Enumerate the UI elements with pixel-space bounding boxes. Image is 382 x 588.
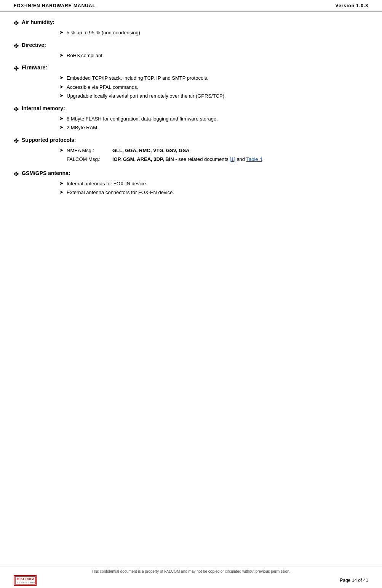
sub-items-internal-memory: ➤ 8 Mbyte FLASH for configuration, data-… [59, 115, 368, 132]
list-item: ➤ Upgradable locally via serial port and… [59, 92, 368, 100]
arrow-icon: ➤ [59, 52, 64, 58]
section-title-air-humidity: Air humidity: [22, 19, 54, 25]
protocol-row-falcom: FALCOM Msg.: IOP, GSM, AREA, 3DP, BIN - … [67, 156, 368, 163]
sub-items-supported-protocols: ➤ NMEA Msg.: GLL, GGA, RMC, VTG, GSV, GS… [59, 147, 368, 165]
main-content: ✤ Air humidity: ➤ 5 % up to 95 % (non-co… [0, 15, 382, 232]
sub-items-firmware: ➤ Embedded TCP/IP stack, including TCP, … [59, 74, 368, 100]
section-directive: ✤ Directive: ➤ RoHS compliant. [14, 42, 368, 59]
sub-items-gsm-gps-antenna: ➤ Internal antennas for FOX-IN device. ➤… [59, 180, 368, 196]
bullet-icon-directive: ✤ [14, 42, 19, 50]
section-header-supported-protocols: ✤ Supported protocols: [14, 137, 368, 145]
nmea-protocols: GLL, GGA, RMC, VTG, GSV, GSA [112, 148, 189, 153]
sub-item-text: External antenna connectors for FOX-EN d… [67, 189, 368, 196]
sub-item-text: Upgradable locally via serial port and r… [67, 92, 368, 100]
arrow-icon: ➤ [59, 75, 64, 80]
section-title-internal-memory: Internal memory: [22, 105, 65, 111]
section-supported-protocols: ✤ Supported protocols: ➤ NMEA Msg.: GLL,… [14, 137, 368, 165]
sub-item-text: Embedded TCP/IP stack, including TCP, IP… [67, 74, 368, 82]
falcom-logo: ✤ FALCOM wireless communications [14, 575, 37, 586]
protocol-table: NMEA Msg.: GLL, GGA, RMC, VTG, GSV, GSA … [67, 147, 368, 165]
svg-text:✤ FALCOM: ✤ FALCOM [17, 578, 34, 580]
header-title: FOX-IN/EN Hardware Manual [14, 3, 96, 8]
list-item: ➤ 5 % up to 95 % (non-condensing) [59, 29, 368, 37]
sub-item-text: Internal antennas for FOX-IN device. [67, 180, 368, 188]
section-header-air-humidity: ✤ Air humidity: [14, 19, 368, 27]
protocol-row-nmea: NMEA Msg.: GLL, GGA, RMC, VTG, GSV, GSA [67, 147, 368, 154]
sub-item-text: RoHS compliant. [67, 52, 368, 59]
list-item: ➤ Accessible via PFAL commands, [59, 84, 368, 91]
bullet-icon-gsm-gps-antenna: ✤ [14, 170, 19, 178]
header-version: Version 1.0.8 [336, 3, 368, 8]
section-header-internal-memory: ✤ Internal memory: [14, 105, 368, 113]
protocol-value-falcom: IOP, GSM, AREA, 3DP, BIN - see related d… [112, 156, 264, 163]
sub-item-text: Accessible via PFAL commands, [67, 84, 368, 91]
footer-confidential-text: This confidential document is a property… [14, 569, 368, 574]
bullet-icon-internal-memory: ✤ [14, 106, 19, 113]
arrow-icon: ➤ [59, 84, 64, 90]
footer-bottom: ✤ FALCOM wireless communications Page 14… [14, 575, 368, 586]
section-header-directive: ✤ Directive: [14, 42, 368, 50]
sub-items-air-humidity: ➤ 5 % up to 95 % (non-condensing) [59, 29, 368, 37]
section-title-gsm-gps-antenna: GSM/GPS antenna: [22, 170, 70, 176]
list-item: ➤ Internal antennas for FOX-IN device. [59, 180, 368, 188]
section-title-supported-protocols: Supported protocols: [22, 137, 76, 143]
section-header-firmware: ✤ Firmware: [14, 64, 368, 72]
arrow-icon: ➤ [59, 189, 64, 195]
page-footer: This confidential document is a property… [0, 567, 382, 588]
page-number: Page 14 of 41 [340, 578, 368, 583]
bullet-icon-supported-protocols: ✤ [14, 137, 19, 145]
sub-items-directive: ➤ RoHS compliant. [59, 52, 368, 59]
link-ref1[interactable]: [1] [230, 156, 235, 162]
sub-item-text: 5 % up to 95 % (non-condensing) [67, 29, 368, 37]
arrow-icon: ➤ [59, 124, 64, 130]
section-internal-memory: ✤ Internal memory: ➤ 8 Mbyte FLASH for c… [14, 105, 368, 132]
section-gsm-gps-antenna: ✤ GSM/GPS antenna: ➤ Internal antennas f… [14, 170, 368, 196]
link-table4[interactable]: Table 4 [246, 156, 262, 162]
sub-item-text: 8 Mbyte FLASH for configuration, data-lo… [67, 115, 368, 123]
falcom-logo-box: ✤ FALCOM wireless communications [14, 575, 37, 586]
section-air-humidity: ✤ Air humidity: ➤ 5 % up to 95 % (non-co… [14, 19, 368, 37]
list-item: ➤ NMEA Msg.: GLL, GGA, RMC, VTG, GSV, GS… [59, 147, 368, 165]
falcom-protocols-end: . [262, 156, 264, 162]
arrow-icon: ➤ [59, 93, 64, 98]
list-item: ➤ 8 Mbyte FLASH for configuration, data-… [59, 115, 368, 123]
falcom-protocols-normal: - see related documents [174, 156, 230, 162]
arrow-icon: ➤ [59, 147, 64, 153]
falcom-logo-svg: ✤ FALCOM wireless communications [15, 576, 36, 585]
list-item: ➤ External antenna connectors for FOX-EN… [59, 189, 368, 196]
protocol-value-nmea: GLL, GGA, RMC, VTG, GSV, GSA [112, 147, 189, 154]
bullet-icon-air-humidity: ✤ [14, 19, 19, 27]
list-item: ➤ RoHS compliant. [59, 52, 368, 59]
list-item: ➤ 2 MByte RAM. [59, 124, 368, 132]
section-title-firmware: Firmware: [22, 64, 47, 71]
arrow-icon: ➤ [59, 29, 64, 35]
svg-text:wireless communications: wireless communications [16, 582, 36, 584]
bullet-icon-firmware: ✤ [14, 65, 19, 72]
falcom-protocols-middle: and [235, 156, 246, 162]
arrow-icon: ➤ [59, 180, 64, 186]
section-firmware: ✤ Firmware: ➤ Embedded TCP/IP stack, inc… [14, 64, 368, 100]
sub-item-text: 2 MByte RAM. [67, 124, 368, 132]
page-header: FOX-IN/EN Hardware Manual Version 1.0.8 [0, 0, 382, 11]
falcom-protocols-bold: IOP, GSM, AREA, 3DP, BIN [112, 156, 174, 162]
section-header-gsm-gps-antenna: ✤ GSM/GPS antenna: [14, 170, 368, 178]
section-title-directive: Directive: [22, 42, 46, 48]
list-item: ➤ Embedded TCP/IP stack, including TCP, … [59, 74, 368, 82]
protocol-label-falcom: FALCOM Msg.: [67, 156, 112, 163]
arrow-icon: ➤ [59, 116, 64, 121]
protocol-label-nmea: NMEA Msg.: [67, 147, 112, 154]
